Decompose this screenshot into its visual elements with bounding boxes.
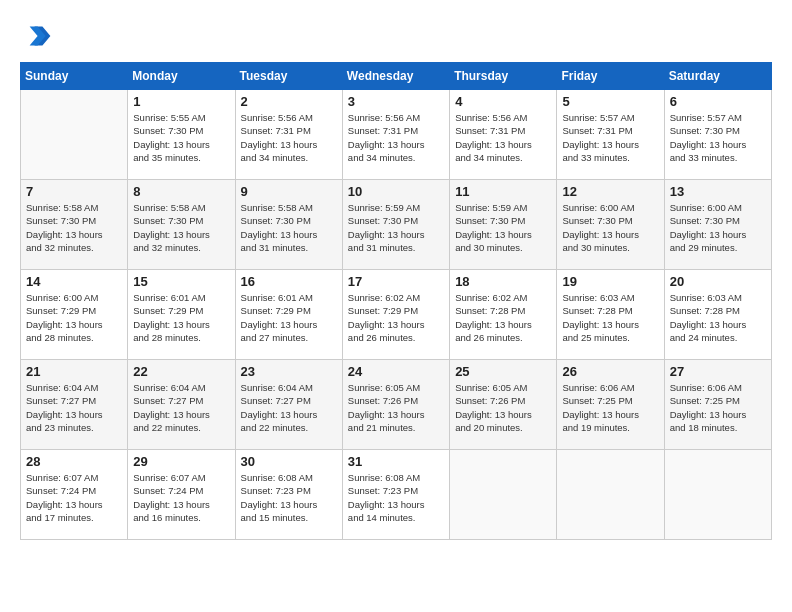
calendar-cell: 20Sunrise: 6:03 AMSunset: 7:28 PMDayligh…	[664, 270, 771, 360]
calendar-cell	[557, 450, 664, 540]
day-number: 18	[455, 274, 551, 289]
day-number: 3	[348, 94, 444, 109]
day-number: 1	[133, 94, 229, 109]
day-number: 16	[241, 274, 337, 289]
day-info: Sunrise: 6:00 AMSunset: 7:30 PMDaylight:…	[562, 201, 658, 254]
day-number: 6	[670, 94, 766, 109]
day-info: Sunrise: 6:02 AMSunset: 7:29 PMDaylight:…	[348, 291, 444, 344]
day-info: Sunrise: 6:07 AMSunset: 7:24 PMDaylight:…	[133, 471, 229, 524]
calendar-cell: 19Sunrise: 6:03 AMSunset: 7:28 PMDayligh…	[557, 270, 664, 360]
day-number: 21	[26, 364, 122, 379]
day-number: 29	[133, 454, 229, 469]
day-number: 31	[348, 454, 444, 469]
day-number: 19	[562, 274, 658, 289]
calendar-cell: 2Sunrise: 5:56 AMSunset: 7:31 PMDaylight…	[235, 90, 342, 180]
calendar-cell: 13Sunrise: 6:00 AMSunset: 7:30 PMDayligh…	[664, 180, 771, 270]
day-number: 4	[455, 94, 551, 109]
day-info: Sunrise: 6:05 AMSunset: 7:26 PMDaylight:…	[348, 381, 444, 434]
day-number: 28	[26, 454, 122, 469]
day-number: 30	[241, 454, 337, 469]
day-info: Sunrise: 5:58 AMSunset: 7:30 PMDaylight:…	[26, 201, 122, 254]
day-number: 27	[670, 364, 766, 379]
day-info: Sunrise: 6:06 AMSunset: 7:25 PMDaylight:…	[670, 381, 766, 434]
day-info: Sunrise: 5:59 AMSunset: 7:30 PMDaylight:…	[348, 201, 444, 254]
day-number: 8	[133, 184, 229, 199]
col-header-friday: Friday	[557, 63, 664, 90]
day-number: 11	[455, 184, 551, 199]
calendar-cell: 31Sunrise: 6:08 AMSunset: 7:23 PMDayligh…	[342, 450, 449, 540]
day-info: Sunrise: 6:05 AMSunset: 7:26 PMDaylight:…	[455, 381, 551, 434]
calendar-cell	[664, 450, 771, 540]
calendar-cell: 6Sunrise: 5:57 AMSunset: 7:30 PMDaylight…	[664, 90, 771, 180]
day-info: Sunrise: 6:01 AMSunset: 7:29 PMDaylight:…	[241, 291, 337, 344]
page-header	[20, 20, 772, 52]
calendar-cell: 8Sunrise: 5:58 AMSunset: 7:30 PMDaylight…	[128, 180, 235, 270]
calendar-cell: 26Sunrise: 6:06 AMSunset: 7:25 PMDayligh…	[557, 360, 664, 450]
day-info: Sunrise: 6:02 AMSunset: 7:28 PMDaylight:…	[455, 291, 551, 344]
calendar-cell	[21, 90, 128, 180]
calendar-cell: 5Sunrise: 5:57 AMSunset: 7:31 PMDaylight…	[557, 90, 664, 180]
day-info: Sunrise: 6:00 AMSunset: 7:30 PMDaylight:…	[670, 201, 766, 254]
day-info: Sunrise: 5:58 AMSunset: 7:30 PMDaylight:…	[241, 201, 337, 254]
calendar-cell: 16Sunrise: 6:01 AMSunset: 7:29 PMDayligh…	[235, 270, 342, 360]
day-info: Sunrise: 6:00 AMSunset: 7:29 PMDaylight:…	[26, 291, 122, 344]
calendar-cell	[450, 450, 557, 540]
col-header-saturday: Saturday	[664, 63, 771, 90]
day-number: 10	[348, 184, 444, 199]
day-info: Sunrise: 5:55 AMSunset: 7:30 PMDaylight:…	[133, 111, 229, 164]
day-info: Sunrise: 5:58 AMSunset: 7:30 PMDaylight:…	[133, 201, 229, 254]
calendar-cell: 25Sunrise: 6:05 AMSunset: 7:26 PMDayligh…	[450, 360, 557, 450]
day-number: 17	[348, 274, 444, 289]
day-number: 20	[670, 274, 766, 289]
day-number: 22	[133, 364, 229, 379]
day-number: 15	[133, 274, 229, 289]
day-number: 9	[241, 184, 337, 199]
day-info: Sunrise: 6:03 AMSunset: 7:28 PMDaylight:…	[562, 291, 658, 344]
calendar-table: SundayMondayTuesdayWednesdayThursdayFrid…	[20, 62, 772, 540]
col-header-tuesday: Tuesday	[235, 63, 342, 90]
calendar-cell: 17Sunrise: 6:02 AMSunset: 7:29 PMDayligh…	[342, 270, 449, 360]
calendar-cell: 23Sunrise: 6:04 AMSunset: 7:27 PMDayligh…	[235, 360, 342, 450]
calendar-cell: 24Sunrise: 6:05 AMSunset: 7:26 PMDayligh…	[342, 360, 449, 450]
day-number: 23	[241, 364, 337, 379]
calendar-cell: 22Sunrise: 6:04 AMSunset: 7:27 PMDayligh…	[128, 360, 235, 450]
day-info: Sunrise: 6:06 AMSunset: 7:25 PMDaylight:…	[562, 381, 658, 434]
day-info: Sunrise: 6:08 AMSunset: 7:23 PMDaylight:…	[348, 471, 444, 524]
day-info: Sunrise: 5:57 AMSunset: 7:30 PMDaylight:…	[670, 111, 766, 164]
calendar-cell: 29Sunrise: 6:07 AMSunset: 7:24 PMDayligh…	[128, 450, 235, 540]
day-info: Sunrise: 6:04 AMSunset: 7:27 PMDaylight:…	[241, 381, 337, 434]
day-info: Sunrise: 5:56 AMSunset: 7:31 PMDaylight:…	[455, 111, 551, 164]
day-info: Sunrise: 6:07 AMSunset: 7:24 PMDaylight:…	[26, 471, 122, 524]
day-number: 13	[670, 184, 766, 199]
calendar-week-row: 7Sunrise: 5:58 AMSunset: 7:30 PMDaylight…	[21, 180, 772, 270]
calendar-cell: 12Sunrise: 6:00 AMSunset: 7:30 PMDayligh…	[557, 180, 664, 270]
col-header-sunday: Sunday	[21, 63, 128, 90]
calendar-cell: 4Sunrise: 5:56 AMSunset: 7:31 PMDaylight…	[450, 90, 557, 180]
calendar-cell: 11Sunrise: 5:59 AMSunset: 7:30 PMDayligh…	[450, 180, 557, 270]
logo-icon	[20, 20, 52, 52]
day-number: 25	[455, 364, 551, 379]
calendar-cell: 30Sunrise: 6:08 AMSunset: 7:23 PMDayligh…	[235, 450, 342, 540]
calendar-cell: 7Sunrise: 5:58 AMSunset: 7:30 PMDaylight…	[21, 180, 128, 270]
calendar-cell: 18Sunrise: 6:02 AMSunset: 7:28 PMDayligh…	[450, 270, 557, 360]
calendar-cell: 27Sunrise: 6:06 AMSunset: 7:25 PMDayligh…	[664, 360, 771, 450]
logo	[20, 20, 56, 52]
day-number: 24	[348, 364, 444, 379]
day-number: 7	[26, 184, 122, 199]
calendar-cell: 3Sunrise: 5:56 AMSunset: 7:31 PMDaylight…	[342, 90, 449, 180]
day-number: 5	[562, 94, 658, 109]
col-header-monday: Monday	[128, 63, 235, 90]
calendar-cell: 21Sunrise: 6:04 AMSunset: 7:27 PMDayligh…	[21, 360, 128, 450]
calendar-week-row: 14Sunrise: 6:00 AMSunset: 7:29 PMDayligh…	[21, 270, 772, 360]
day-info: Sunrise: 6:04 AMSunset: 7:27 PMDaylight:…	[133, 381, 229, 434]
day-number: 12	[562, 184, 658, 199]
day-number: 14	[26, 274, 122, 289]
day-info: Sunrise: 5:59 AMSunset: 7:30 PMDaylight:…	[455, 201, 551, 254]
day-info: Sunrise: 6:08 AMSunset: 7:23 PMDaylight:…	[241, 471, 337, 524]
calendar-week-row: 1Sunrise: 5:55 AMSunset: 7:30 PMDaylight…	[21, 90, 772, 180]
calendar-header-row: SundayMondayTuesdayWednesdayThursdayFrid…	[21, 63, 772, 90]
calendar-cell: 10Sunrise: 5:59 AMSunset: 7:30 PMDayligh…	[342, 180, 449, 270]
col-header-thursday: Thursday	[450, 63, 557, 90]
day-info: Sunrise: 5:57 AMSunset: 7:31 PMDaylight:…	[562, 111, 658, 164]
calendar-cell: 14Sunrise: 6:00 AMSunset: 7:29 PMDayligh…	[21, 270, 128, 360]
